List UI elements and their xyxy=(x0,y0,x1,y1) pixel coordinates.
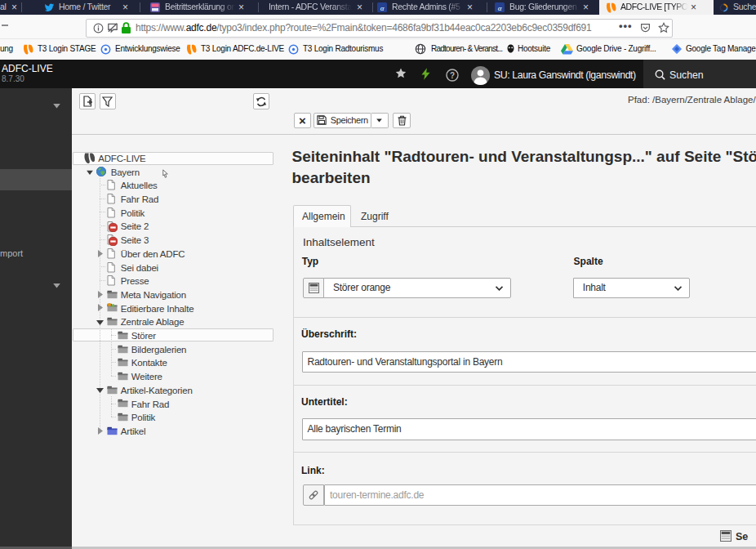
svg-text:?: ? xyxy=(450,71,455,80)
svg-text:α: α xyxy=(498,4,502,12)
svg-text:α: α xyxy=(380,4,385,12)
